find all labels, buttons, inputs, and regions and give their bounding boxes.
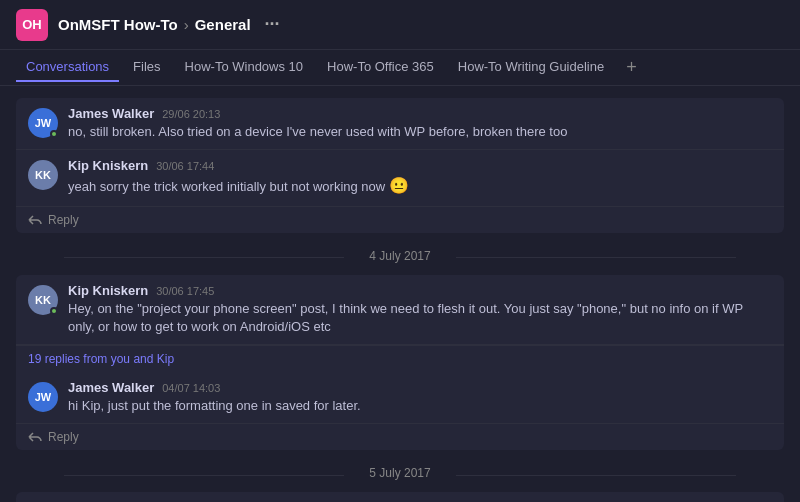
add-tab-button[interactable]: + (618, 57, 645, 78)
emoji-icon: 😐 (389, 177, 409, 194)
reply-icon (28, 432, 42, 442)
message-time: 04/07 14:03 (162, 382, 220, 394)
tab-bar: Conversations Files How-To Windows 10 Ho… (0, 50, 800, 86)
tab-windows10[interactable]: How-To Windows 10 (175, 53, 314, 82)
date-divider-1: 4 July 2017 (0, 237, 800, 271)
header-menu-dots[interactable]: ··· (265, 14, 280, 35)
tab-conversations[interactable]: Conversations (16, 53, 119, 82)
breadcrumb: OnMSFT How-To › General ··· (58, 14, 280, 35)
message-author: Kip Kniskern (68, 158, 148, 173)
message-author: Kip Kniskern (68, 283, 148, 298)
message-body: James Walker 04/07 14:03 hi Kip, just pu… (68, 380, 772, 415)
message-time: 30/06 17:45 (156, 285, 214, 297)
message-body: Kip Kniskern 30/06 17:45 Hey, on the "pr… (68, 283, 772, 336)
thread-block-1: JW James Walker 29/06 20:13 no, still br… (16, 98, 784, 233)
message-author: James Walker (68, 106, 154, 121)
reply-button[interactable]: Reply (16, 207, 784, 233)
online-indicator (50, 130, 58, 138)
message-time: 29/06 20:13 (162, 108, 220, 120)
conversation-content: JW James Walker 29/06 20:13 no, still br… (0, 86, 800, 502)
team-name: OnMSFT How-To (58, 16, 178, 33)
thread-block-2: KK Kip Kniskern 30/06 17:45 Hey, on the … (16, 275, 784, 451)
message-text: Hey, on the "project your phone screen" … (68, 300, 772, 336)
app-header: OH OnMSFT How-To › General ··· (0, 0, 800, 50)
reply-button[interactable]: Reply (16, 424, 784, 450)
online-indicator (50, 307, 58, 315)
tab-writing-guideline[interactable]: How-To Writing Guideline (448, 53, 614, 82)
message-author: James Walker (68, 380, 154, 395)
message-body: Kip Kniskern 30/06 17:44 yeah sorry the … (68, 158, 772, 197)
message-item: JW James Walker 29/06 20:13 no, still br… (16, 98, 784, 150)
message-time: 30/06 17:44 (156, 160, 214, 172)
breadcrumb-separator: › (184, 16, 189, 33)
message-header: Kip Kniskern 30/06 17:44 (68, 158, 772, 173)
avatar: KK (28, 285, 58, 315)
tab-files[interactable]: Files (123, 53, 170, 82)
channel-name: General (195, 16, 251, 33)
message-text: hi Kip, just put the formatting one in s… (68, 397, 772, 415)
thread-block-3: JW James Walker 05/07 19:47 Hey Kip, I j… (16, 492, 784, 502)
message-header: James Walker 29/06 20:13 (68, 106, 772, 121)
message-body: James Walker 29/06 20:13 no, still broke… (68, 106, 772, 141)
message-text: yeah sorry the trick worked initially bu… (68, 175, 772, 197)
tab-office365[interactable]: How-To Office 365 (317, 53, 444, 82)
avatar: JW (28, 382, 58, 412)
message-item: JW James Walker 05/07 19:47 Hey Kip, I j… (16, 492, 784, 502)
avatar: KK (28, 160, 58, 190)
reply-icon (28, 215, 42, 225)
message-item: KK Kip Kniskern 30/06 17:44 yeah sorry t… (16, 150, 784, 206)
message-header: James Walker 04/07 14:03 (68, 380, 772, 395)
date-divider-2: 5 July 2017 (0, 454, 800, 488)
message-item: KK Kip Kniskern 30/06 17:45 Hey, on the … (16, 275, 784, 345)
team-avatar: OH (16, 9, 48, 41)
replies-count[interactable]: 19 replies from you and Kip (16, 345, 784, 372)
message-header: Kip Kniskern 30/06 17:45 (68, 283, 772, 298)
message-text: no, still broken. Also tried on a device… (68, 123, 772, 141)
avatar: JW (28, 108, 58, 138)
message-item: JW James Walker 04/07 14:03 hi Kip, just… (16, 372, 784, 424)
